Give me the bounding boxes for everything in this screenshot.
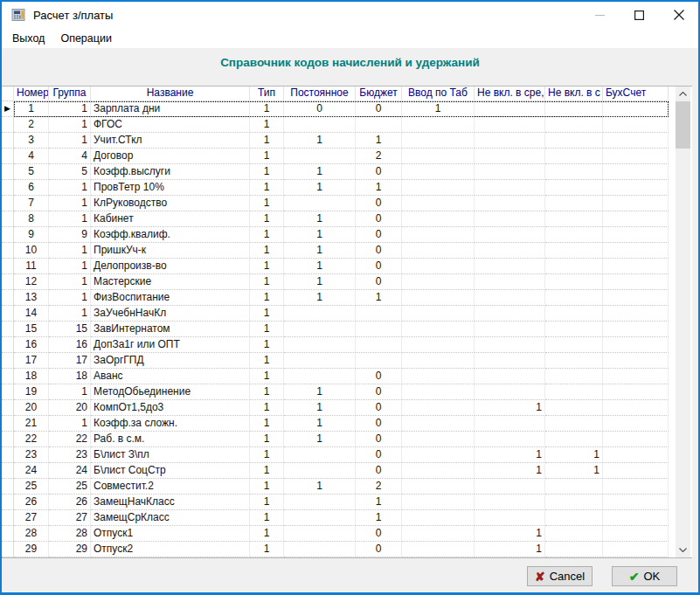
cell[interactable]: Отпуск1 bbox=[91, 526, 250, 542]
cell[interactable] bbox=[402, 322, 475, 337]
column-header[interactable]: Не вкл. в сре, bbox=[475, 86, 545, 100]
cell[interactable]: 1 bbox=[49, 101, 91, 117]
cell[interactable] bbox=[603, 526, 669, 542]
cell[interactable] bbox=[284, 117, 356, 133]
cell[interactable]: ФГОС bbox=[91, 117, 250, 133]
column-header[interactable]: Группа bbox=[49, 86, 91, 100]
table-row[interactable]: 21ФГОС1 bbox=[2, 117, 669, 133]
cell[interactable] bbox=[475, 416, 545, 432]
cell[interactable]: 1 bbox=[284, 133, 356, 149]
cell[interactable] bbox=[603, 495, 669, 510]
cell[interactable]: 1 bbox=[49, 180, 91, 196]
cell[interactable]: 1 bbox=[14, 101, 49, 117]
cell[interactable] bbox=[402, 463, 475, 479]
cell[interactable] bbox=[475, 353, 545, 369]
cell[interactable] bbox=[475, 133, 545, 149]
cell[interactable]: 1 bbox=[250, 353, 284, 369]
cell[interactable] bbox=[284, 447, 356, 463]
cell[interactable]: 12 bbox=[14, 274, 49, 290]
cell[interactable]: 16 bbox=[14, 337, 49, 353]
cell[interactable] bbox=[402, 290, 475, 306]
cell[interactable] bbox=[402, 510, 475, 526]
cell[interactable] bbox=[475, 290, 545, 306]
cell[interactable]: 1 bbox=[284, 274, 356, 290]
cell[interactable] bbox=[545, 510, 603, 526]
cell[interactable] bbox=[475, 180, 545, 196]
cell[interactable]: 1 bbox=[250, 479, 284, 495]
cell[interactable]: ФизВоспитание bbox=[91, 290, 250, 306]
cell[interactable]: 1 bbox=[49, 133, 91, 149]
cell[interactable] bbox=[545, 432, 603, 447]
cell[interactable]: ЗаУчебнНачКл bbox=[91, 306, 250, 322]
cell[interactable] bbox=[545, 384, 603, 400]
cell[interactable] bbox=[545, 243, 603, 259]
cell[interactable] bbox=[284, 495, 356, 510]
cell[interactable]: 1 bbox=[475, 447, 545, 463]
cell[interactable]: 15 bbox=[14, 322, 49, 337]
cell[interactable]: 1 bbox=[49, 274, 91, 290]
cell[interactable]: Отпуск2 bbox=[91, 542, 250, 557]
cell[interactable] bbox=[402, 353, 475, 369]
cell[interactable]: 0 bbox=[356, 400, 402, 416]
cell[interactable] bbox=[402, 259, 475, 274]
cell[interactable] bbox=[475, 164, 545, 180]
table-row[interactable]: ▶11Зарплата дни1001 bbox=[2, 101, 669, 117]
cancel-button[interactable]: ✘ Cancel bbox=[527, 566, 593, 586]
cell[interactable]: 1 bbox=[49, 211, 91, 227]
cell[interactable] bbox=[545, 196, 603, 211]
cell[interactable] bbox=[284, 322, 356, 337]
cell[interactable] bbox=[356, 117, 402, 133]
cell[interactable] bbox=[475, 369, 545, 384]
cell[interactable] bbox=[402, 447, 475, 463]
cell[interactable] bbox=[402, 416, 475, 432]
cell[interactable]: 17 bbox=[49, 353, 91, 369]
cell[interactable]: 1 bbox=[402, 101, 475, 117]
cell[interactable] bbox=[475, 196, 545, 211]
cell[interactable]: 1 bbox=[250, 290, 284, 306]
cell[interactable] bbox=[402, 369, 475, 384]
cell[interactable]: 1 bbox=[356, 290, 402, 306]
cell[interactable]: 18 bbox=[49, 369, 91, 384]
cell[interactable]: 1 bbox=[284, 432, 356, 447]
cell[interactable]: 17 bbox=[14, 353, 49, 369]
cell[interactable] bbox=[545, 101, 603, 117]
column-header[interactable]: Номер bbox=[14, 86, 49, 100]
cell[interactable]: 20 bbox=[49, 400, 91, 416]
cell[interactable]: 1 bbox=[475, 526, 545, 542]
cell[interactable]: 1 bbox=[49, 243, 91, 259]
cell[interactable]: МетодОбьединение bbox=[91, 384, 250, 400]
cell[interactable]: 1 bbox=[49, 306, 91, 322]
column-header[interactable]: Не вкл. в с bbox=[545, 86, 603, 100]
cell[interactable] bbox=[603, 133, 669, 149]
cell[interactable]: Аванс bbox=[91, 369, 250, 384]
cell[interactable]: 28 bbox=[14, 526, 49, 542]
cell[interactable] bbox=[356, 337, 402, 353]
cell[interactable]: 4 bbox=[49, 149, 91, 164]
cell[interactable] bbox=[475, 495, 545, 510]
cell[interactable] bbox=[603, 117, 669, 133]
cell[interactable] bbox=[284, 526, 356, 542]
cell[interactable]: 1 bbox=[250, 384, 284, 400]
close-button[interactable] bbox=[659, 2, 698, 28]
cell[interactable]: 29 bbox=[49, 542, 91, 557]
table-row[interactable]: 2424Б\лист СоцСтр1011 bbox=[2, 463, 669, 479]
table-row[interactable]: 31Учит.СТкл111 bbox=[2, 133, 669, 149]
cell[interactable]: 1 bbox=[475, 400, 545, 416]
column-header[interactable]: Тип bbox=[250, 86, 284, 100]
cell[interactable]: 0 bbox=[356, 259, 402, 274]
cell[interactable]: 0 bbox=[356, 101, 402, 117]
cell[interactable] bbox=[284, 306, 356, 322]
cell[interactable]: 1 bbox=[475, 542, 545, 557]
cell[interactable] bbox=[402, 400, 475, 416]
table-row[interactable]: 1818Аванс10 bbox=[2, 369, 669, 384]
cell[interactable]: 1 bbox=[49, 290, 91, 306]
cell[interactable] bbox=[603, 510, 669, 526]
cell[interactable]: 1 bbox=[250, 259, 284, 274]
cell[interactable] bbox=[402, 432, 475, 447]
cell[interactable]: 9 bbox=[14, 227, 49, 243]
cell[interactable] bbox=[402, 211, 475, 227]
table-row[interactable]: 1515ЗавИнтернатом1 bbox=[2, 322, 669, 337]
scrollbar-thumb[interactable] bbox=[676, 101, 690, 149]
cell[interactable] bbox=[356, 306, 402, 322]
cell[interactable]: 0 bbox=[356, 211, 402, 227]
